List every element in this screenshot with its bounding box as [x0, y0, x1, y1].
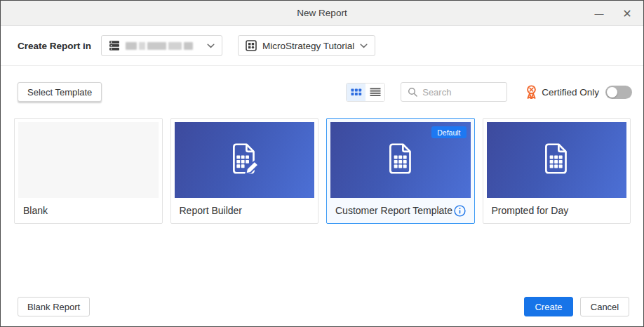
document-table-icon	[382, 140, 420, 180]
server-dropdown[interactable]	[101, 35, 222, 56]
document-table-pencil-icon	[225, 140, 263, 180]
list-view-icon[interactable]	[365, 84, 384, 101]
blank-report-button[interactable]: Blank Report	[18, 297, 90, 316]
chevron-down-icon	[360, 44, 368, 48]
certified-only-toggle[interactable]	[605, 86, 632, 99]
default-badge: Default	[431, 126, 466, 138]
document-table-icon	[537, 140, 575, 180]
prompted-for-day-thumbnail	[487, 122, 627, 198]
card-label: Customer Report Template	[335, 205, 452, 216]
card-label-row: Report Builder	[171, 198, 318, 223]
project-grid-icon	[246, 40, 257, 51]
template-card-prompted-for-day[interactable]: Prompted for Day	[483, 118, 631, 224]
dialog-footer: Blank Report Create Cancel	[1, 297, 643, 316]
window-controls: — ✕	[590, 1, 636, 26]
dialog-title: New Report	[297, 8, 347, 18]
view-switcher	[346, 83, 385, 102]
select-template-button[interactable]: Select Template	[18, 82, 102, 102]
card-label: Report Builder	[180, 205, 243, 216]
customer-report-thumbnail: Default	[330, 122, 471, 198]
toolbar-right-tools: Certified Only	[346, 82, 632, 102]
cancel-button[interactable]: Cancel	[580, 297, 629, 316]
toggle-knob	[607, 87, 617, 98]
template-card-blank[interactable]: Blank	[14, 118, 163, 224]
certified-ribbon-icon	[525, 85, 537, 99]
server-icon	[109, 40, 120, 51]
redacted-server-name	[126, 42, 193, 50]
project-dropdown[interactable]: MicroStrategy Tutorial	[238, 35, 375, 56]
card-label: Blank	[23, 205, 48, 216]
certified-only-label: Certified Only	[542, 87, 599, 98]
card-label: Prompted for Day	[492, 205, 569, 216]
titlebar: New Report — ✕	[1, 1, 643, 26]
template-card-report-builder[interactable]: Report Builder	[170, 118, 319, 224]
create-button[interactable]: Create	[524, 297, 573, 316]
new-report-dialog: New Report — ✕ Create Report in	[0, 0, 644, 327]
report-builder-thumbnail	[175, 122, 315, 198]
project-dropdown-value: MicroStrategy Tutorial	[262, 41, 354, 51]
template-toolbar: Select Template	[1, 66, 643, 118]
certified-only-control: Certified Only	[525, 85, 632, 99]
blank-thumbnail	[18, 122, 159, 198]
card-label-row: Customer Report Template	[327, 198, 474, 223]
create-in-row: Create Report in	[1, 26, 643, 66]
search-box	[401, 82, 507, 102]
create-report-in-label: Create Report in	[18, 41, 91, 51]
chevron-down-icon	[207, 44, 215, 48]
grid-view-icon[interactable]	[347, 84, 365, 101]
template-card-grid: Blank	[1, 118, 643, 224]
search-icon	[408, 87, 417, 97]
card-label-row: Blank	[15, 198, 162, 223]
search-input[interactable]	[422, 87, 500, 98]
info-icon[interactable]	[454, 205, 466, 217]
template-card-customer-report-template[interactable]: Default Customer Report Template	[326, 118, 475, 224]
card-label-row: Prompted for Day	[483, 198, 631, 223]
close-icon[interactable]: ✕	[618, 4, 636, 22]
minimize-icon[interactable]: —	[590, 4, 608, 22]
